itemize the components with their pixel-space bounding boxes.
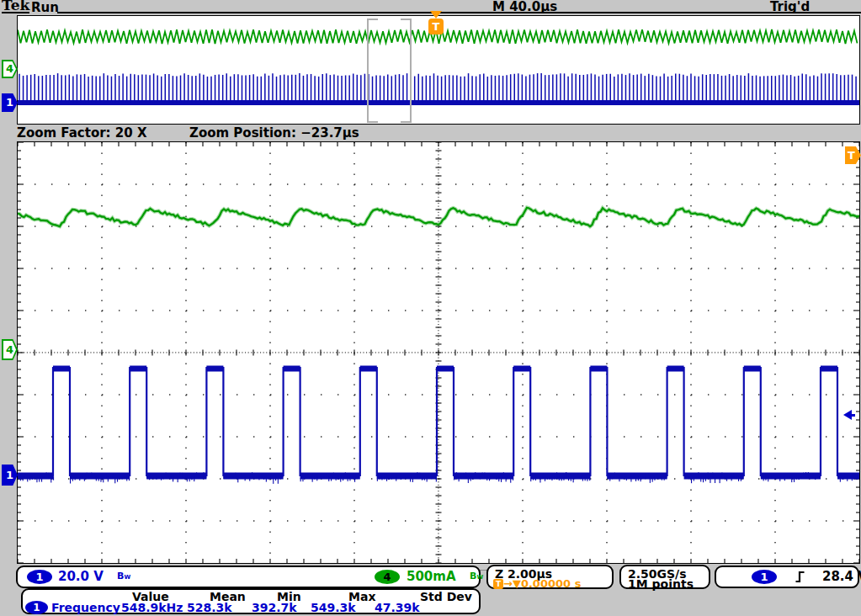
timebase-readout: M 40.0µs <box>492 0 557 14</box>
measurement-min: 392.7k <box>252 601 297 614</box>
measurement-header-stddev: Std Dev <box>420 590 472 603</box>
trigger-position-arrow-icon <box>430 11 442 19</box>
trigger-time-readout: T→▼0.00000 s <box>493 577 581 590</box>
channel1-bandwidth-icon: BW <box>117 571 130 581</box>
measurement-stddev: 47.39k <box>375 601 420 614</box>
measurement-panel[interactable]: Value Mean Min Max Std Dev 1 Frequency 5… <box>21 588 481 614</box>
acquisition-status: Run <box>31 0 59 15</box>
channel4-marker-label: 4 <box>2 60 18 78</box>
channel4-marker-overview[interactable]: 4 <box>2 60 18 78</box>
acquisition-readout-box[interactable]: 2.50GS/s 1M points <box>619 565 710 589</box>
trigger-time-value: 0.00000 s <box>521 577 581 590</box>
channel-readouts-box[interactable]: 1 20.0 V BW 4 500mA BW <box>16 566 481 588</box>
channel4-chip[interactable]: 4 <box>375 570 400 584</box>
trigger-level-arrow-icon[interactable] <box>843 410 856 421</box>
trigger-level-arrow-tail <box>851 414 855 417</box>
channel1-marker-label: 1 <box>2 93 18 112</box>
channel4-marker-label: 4 <box>2 339 18 360</box>
tek-logo: Tek <box>2 0 29 13</box>
zoom-factor-readout: Zoom Factor: 20 X <box>17 125 146 141</box>
trigger-readout-box[interactable]: 1 28.4 V <box>715 566 859 588</box>
oscilloscope-screen: Tek Run M 40.0µs Trig'd T Zoom Factor: 2… <box>0 0 861 616</box>
measurement-name: Frequency <box>51 601 120 614</box>
trigger-position-marker[interactable]: T <box>428 11 444 35</box>
measurement-max: 549.3k <box>311 601 356 614</box>
measurement-source-chip: 1 <box>25 601 48 614</box>
trigger-status: Trig'd <box>770 0 810 14</box>
measurement-value: 548.9kHz <box>121 601 183 614</box>
trigger-source-chip: 1 <box>752 570 777 584</box>
trigger-t-icon: T <box>428 19 444 35</box>
zoom-waveform-panel <box>17 141 860 564</box>
zoom-waveform-display <box>18 142 859 563</box>
channel1-chip[interactable]: 1 <box>27 570 52 584</box>
zoom-window-bracket[interactable] <box>367 19 412 123</box>
channel1-marker-overview[interactable]: 1 <box>2 93 18 112</box>
channel4-scale-readout[interactable]: 500mA <box>407 569 456 584</box>
trigger-arrows-icon: →▼ <box>503 577 521 590</box>
zoom-window-left-bracket[interactable] <box>367 19 378 123</box>
channel1-marker-label: 1 <box>2 465 18 486</box>
record-length-readout: 1M points <box>628 577 694 591</box>
zoom-info-bar: Zoom Factor: 20 X Zoom Position: −23.7µs <box>0 125 861 141</box>
zoom-window-right-bracket[interactable] <box>401 19 412 123</box>
channel4-bandwidth-icon: BW <box>470 571 483 581</box>
rising-edge-icon <box>795 570 805 584</box>
zoom-position-readout: Zoom Position: −23.7µs <box>189 125 359 141</box>
trigger-t-icon: T <box>493 579 503 589</box>
topbar-divider <box>57 12 861 13</box>
channel1-scale-readout[interactable]: 20.0 V <box>58 569 104 584</box>
horizontal-zoom-readout-box[interactable]: Z 2.00µs T→▼0.00000 s <box>486 565 614 589</box>
channel4-marker-zoom[interactable]: 4 <box>2 339 18 360</box>
channel1-marker-zoom[interactable]: 1 <box>2 465 18 486</box>
trigger-level-readout: 28.4 V <box>822 569 861 584</box>
measurement-mean: 528.3k <box>187 601 232 614</box>
